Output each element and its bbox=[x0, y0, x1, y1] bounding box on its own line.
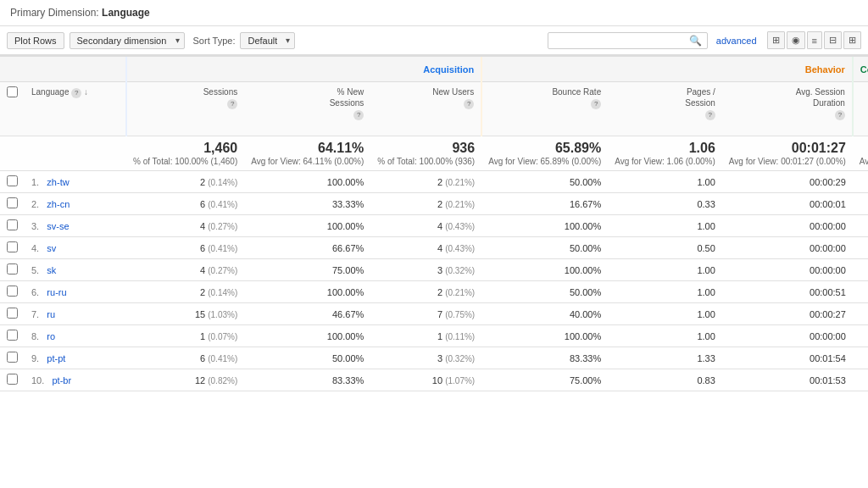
row-duration: 00:01:54 bbox=[722, 347, 853, 369]
row-pages: 1.00 bbox=[608, 281, 722, 303]
row-pages: 1.00 bbox=[608, 171, 722, 193]
toolbar: Plot Rows Secondary dimension Sort Type:… bbox=[0, 26, 868, 55]
row-checkbox-cell[interactable] bbox=[0, 281, 25, 303]
row-sessions: 15 (1.03%) bbox=[126, 303, 244, 325]
table-row: 1. zh-tw 2 (0.14%) 100.00% 2 (0.21%) 50.… bbox=[0, 171, 868, 193]
row-conv-rate: 8.33% bbox=[853, 369, 868, 391]
language-header-spacer bbox=[25, 56, 126, 82]
row-number: 1. bbox=[31, 177, 39, 187]
select-all-checkbox[interactable] bbox=[7, 86, 18, 97]
sessions-help-icon[interactable]: ? bbox=[227, 99, 237, 109]
row-checkbox-cell[interactable] bbox=[0, 303, 25, 325]
row-checkbox[interactable] bbox=[7, 308, 18, 319]
language-link[interactable]: zh-tw bbox=[47, 177, 69, 187]
row-checkbox-cell[interactable] bbox=[0, 347, 25, 369]
row-lang-cell: 3. sv-se bbox=[25, 215, 126, 237]
row-checkbox-cell[interactable] bbox=[0, 171, 25, 193]
row-pct-new: 75.00% bbox=[244, 259, 370, 281]
row-number: 7. bbox=[31, 309, 39, 319]
row-pct-new: 50.00% bbox=[244, 347, 370, 369]
row-new-users: 4 (0.43%) bbox=[370, 237, 481, 259]
language-link[interactable]: ru-ru bbox=[47, 287, 66, 297]
row-checkbox[interactable] bbox=[7, 241, 18, 252]
totals-duration: 00:01:27 Avg for View: 00:01:27 (0.00%) bbox=[722, 136, 853, 171]
pct-new-help-icon[interactable]: ? bbox=[353, 110, 364, 120]
row-conv-rate: 0.00% bbox=[853, 281, 868, 303]
table-row: 9. pt-pt 6 (0.41%) 50.00% 3 (0.32%) 83.3… bbox=[0, 347, 868, 369]
checkbox-header bbox=[0, 56, 25, 82]
row-number: 2. bbox=[31, 199, 39, 209]
row-sessions: 2 (0.14%) bbox=[126, 171, 244, 193]
language-link[interactable]: sv-se bbox=[47, 221, 69, 231]
row-checkbox-cell[interactable] bbox=[0, 369, 25, 391]
pages-help-icon[interactable]: ? bbox=[705, 110, 715, 120]
row-bounce: 50.00% bbox=[481, 237, 608, 259]
language-sort-icon[interactable]: ↓ bbox=[84, 87, 88, 97]
view-compare-button[interactable]: ⊟ bbox=[824, 31, 842, 49]
row-checkbox-cell[interactable] bbox=[0, 193, 25, 215]
pages-session-col-header[interactable]: Pages /Session? bbox=[608, 82, 722, 136]
language-link[interactable]: ru bbox=[47, 309, 55, 319]
row-new-users: 2 (0.21%) bbox=[370, 171, 481, 193]
row-duration: 00:00:01 bbox=[722, 193, 853, 215]
view-pivot-button[interactable]: ⊞ bbox=[843, 31, 861, 49]
language-link[interactable]: pt-br bbox=[52, 375, 71, 385]
row-checkbox-cell[interactable] bbox=[0, 325, 25, 347]
search-icon[interactable]: 🔍 bbox=[689, 35, 702, 47]
advanced-link[interactable]: advanced bbox=[716, 36, 757, 46]
new-users-help-icon[interactable]: ? bbox=[464, 99, 474, 109]
plot-rows-button[interactable]: Plot Rows bbox=[7, 32, 64, 49]
row-sessions: 2 (0.14%) bbox=[126, 281, 244, 303]
view-grid-button[interactable]: ⊞ bbox=[767, 31, 785, 49]
new-users-col-header[interactable]: New Users? bbox=[370, 82, 481, 136]
primary-dimension-label: Primary Dimension: bbox=[10, 7, 99, 19]
secondary-dimension-dropdown[interactable]: Secondary dimension bbox=[70, 32, 185, 49]
sort-type-dropdown[interactable]: Default bbox=[240, 32, 295, 49]
language-link[interactable]: pt-pt bbox=[47, 353, 65, 363]
row-bounce: 50.00% bbox=[481, 171, 608, 193]
language-link[interactable]: sk bbox=[47, 265, 56, 275]
language-link[interactable]: ro bbox=[47, 331, 55, 341]
row-lang-cell: 1. zh-tw bbox=[25, 171, 126, 193]
row-checkbox[interactable] bbox=[7, 286, 18, 297]
search-input[interactable] bbox=[554, 36, 689, 46]
table-row: 2. zh-cn 6 (0.41%) 33.33% 2 (0.21%) 16.6… bbox=[0, 193, 868, 215]
conv-rate-col-header[interactable]: Scrolled to 90% (Goal1 Conversion Rate)? bbox=[853, 82, 868, 136]
language-col-header[interactable]: Language ? ↓ bbox=[25, 82, 126, 136]
row-new-users: 10 (1.07%) bbox=[370, 369, 481, 391]
sessions-col-header[interactable]: Sessions? bbox=[126, 82, 244, 136]
row-pages: 1.00 bbox=[608, 325, 722, 347]
totals-conv-rate: 6.51% Avg for View: 6.51% (0.00%) bbox=[853, 136, 868, 171]
primary-dimension-value: Language bbox=[102, 7, 150, 19]
row-checkbox-cell[interactable] bbox=[0, 215, 25, 237]
pct-new-sessions-col-header[interactable]: % NewSessions? bbox=[244, 82, 370, 136]
row-checkbox[interactable] bbox=[7, 374, 18, 385]
row-duration: 00:00:00 bbox=[722, 215, 853, 237]
row-checkbox[interactable] bbox=[7, 352, 18, 363]
bounce-help-icon[interactable]: ? bbox=[591, 99, 601, 109]
row-checkbox[interactable] bbox=[7, 219, 18, 230]
bounce-rate-col-header[interactable]: Bounce Rate? bbox=[481, 82, 608, 136]
language-help-icon[interactable]: ? bbox=[71, 88, 81, 98]
row-checkbox[interactable] bbox=[7, 263, 18, 274]
secondary-dimension-select[interactable]: Secondary dimension bbox=[70, 32, 185, 49]
row-checkbox-cell[interactable] bbox=[0, 259, 25, 281]
avg-session-col-header[interactable]: Avg. SessionDuration? bbox=[722, 82, 853, 136]
avg-session-help-icon[interactable]: ? bbox=[835, 110, 845, 120]
data-table: Acquisition Behavior Conversions Goal 1:… bbox=[0, 55, 868, 391]
table-row: 7. ru 15 (1.03%) 46.67% 7 (0.75%) 40.00%… bbox=[0, 303, 868, 325]
row-checkbox[interactable] bbox=[7, 330, 18, 341]
row-checkbox[interactable] bbox=[7, 197, 18, 208]
language-link[interactable]: zh-cn bbox=[47, 199, 70, 209]
row-lang-cell: 5. sk bbox=[25, 259, 126, 281]
row-checkbox[interactable] bbox=[7, 175, 18, 186]
conversions-group-header: Conversions Goal 1: Scrolled to 90% ▾ bbox=[853, 56, 868, 82]
sort-type-select[interactable]: Default bbox=[240, 32, 295, 49]
row-new-users: 2 (0.21%) bbox=[370, 193, 481, 215]
view-pie-button[interactable]: ◉ bbox=[787, 31, 805, 49]
row-duration: 00:00:29 bbox=[722, 171, 853, 193]
row-checkbox-cell[interactable] bbox=[0, 237, 25, 259]
select-all-checkbox-header[interactable] bbox=[0, 82, 25, 136]
language-link[interactable]: sv bbox=[47, 243, 56, 253]
view-list-button[interactable]: ≡ bbox=[807, 31, 822, 49]
